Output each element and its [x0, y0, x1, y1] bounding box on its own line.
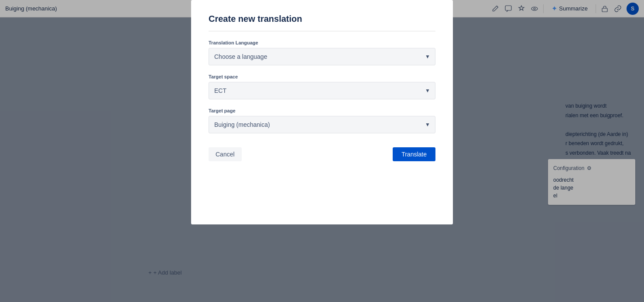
target-space-select[interactable]: ECT [209, 82, 435, 99]
translation-language-select[interactable]: Choose a language English German French … [209, 48, 435, 65]
translation-language-wrapper: Choose a language English German French … [209, 48, 435, 65]
translation-language-group: Translation Language Choose a language E… [209, 40, 435, 65]
create-translation-modal: Create new translation Translation Langu… [191, 0, 453, 224]
cancel-button[interactable]: Cancel [209, 147, 242, 161]
modal-actions: Cancel Translate [209, 147, 435, 161]
target-space-label: Target space [209, 74, 435, 79]
modal-title: Create new translation [209, 14, 435, 31]
target-space-group: Target space ECT ▼ [209, 74, 435, 99]
target-page-label: Target page [209, 108, 435, 113]
target-page-group: Target page Buiging (mechanica) ▼ [209, 108, 435, 133]
translate-button[interactable]: Translate [393, 147, 435, 161]
target-page-wrapper: Buiging (mechanica) ▼ [209, 116, 435, 133]
target-page-select[interactable]: Buiging (mechanica) [209, 116, 435, 133]
translation-language-label: Translation Language [209, 40, 435, 45]
modal-overlay: Create new translation Translation Langu… [0, 0, 644, 302]
target-space-wrapper: ECT ▼ [209, 82, 435, 99]
